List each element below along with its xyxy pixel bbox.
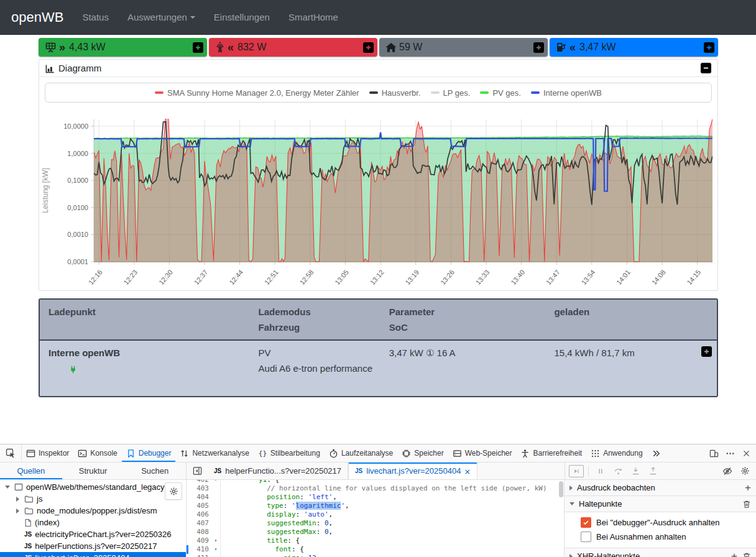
legend-item-sma-sunny-home-manager-2-0-ene[interactable]: SMA Sunny Home Manager 2.0, Energy Meter… [155, 88, 359, 98]
source-tab-livechart-js-ver-20250404[interactable]: JSlivechart.js?ver=20250404 [348, 463, 477, 479]
fold-arrow-icon[interactable]: ▾ [211, 536, 221, 545]
tree-item-label: js [37, 494, 42, 504]
svg-text:12:30: 12:30 [157, 269, 174, 287]
source-tree-item-openwb-web-themes-standard-legacy[interactable]: openWB/web/themes/standard_legacy [0, 481, 186, 493]
fold-arrow-icon[interactable]: ▾ [211, 545, 221, 554]
source-tree-item-js[interactable]: js [0, 493, 186, 505]
nav-item-einstellungen[interactable]: Einstellungen [214, 12, 270, 22]
expand-badge-button[interactable] [193, 42, 203, 53]
svg-text:1,0000: 1,0000 [67, 150, 88, 157]
svg-text:12:44: 12:44 [228, 269, 244, 287]
ignore-breakpoints-icon[interactable] [720, 464, 735, 479]
devtools-menu-icon[interactable] [722, 446, 737, 461]
line-number[interactable]: 406 [187, 510, 211, 519]
trash-icon[interactable] [742, 499, 751, 509]
source-tree-item-index[interactable]: (index) [0, 517, 186, 528]
devtools-tab-inspektor[interactable]: Inspektor [22, 444, 73, 462]
badge-grid-power[interactable]: «832 W [209, 38, 377, 57]
section-xhr-haltepunkte[interactable]: XHR-Haltepunkte+ [565, 548, 756, 557]
devtools-tab-anwendung[interactable]: Anwendung [586, 444, 647, 462]
pause-button[interactable] [593, 464, 608, 479]
legend-swatch [369, 91, 378, 94]
house-icon [385, 42, 397, 53]
editor-scrollbar[interactable] [559, 481, 563, 497]
checkbox-unchecked[interactable] [581, 532, 591, 542]
devtools-tab-speicher[interactable]: Speicher [397, 444, 448, 462]
pane-tab-quellen[interactable]: Quellen [0, 463, 62, 479]
source-tree-item-electricitypricechart-js-ver-20250[interactable]: JSelectricityPriceChart.js?ver=20250326 [0, 528, 186, 540]
devtools-tab-web-speicher[interactable]: Web-Speicher [448, 444, 517, 462]
expand-badge-button[interactable] [363, 42, 374, 53]
more-tabs-icon[interactable] [647, 444, 665, 462]
step-out-button[interactable] [645, 464, 660, 479]
fold-arrow-icon[interactable]: ▾ [211, 480, 221, 484]
line-number[interactable]: 402 [187, 480, 211, 484]
legend-item-lp-ges[interactable]: LP ges. [431, 88, 471, 98]
folder-icon [24, 507, 34, 515]
devtools-tab-konsole[interactable]: Konsole [73, 444, 121, 462]
legend-item-hausverbr[interactable]: Hausverbr. [369, 88, 421, 98]
debugger-settings-gear-icon[interactable] [737, 464, 752, 479]
source-tree-item-livechart-js-ver-20250404[interactable]: JSlivechart.js?ver=20250404 [0, 552, 186, 557]
section-haltepunkte[interactable]: Haltepunkte [565, 496, 756, 512]
responsive-design-icon[interactable] [706, 446, 721, 461]
line-number[interactable]: 411 [187, 554, 211, 557]
legend-item-pv-ges[interactable]: PV ges. [480, 88, 521, 98]
svg-text:Leistung [kW]: Leistung [kW] [41, 168, 50, 213]
line-number[interactable]: 407 [187, 519, 211, 528]
plug-icon [69, 363, 77, 374]
devtools-tab-stilbearbeitung[interactable]: {}Stilbearbeitung [254, 444, 325, 462]
tree-caret-right-icon [14, 509, 21, 513]
nav-item-smarthome[interactable]: SmartHome [288, 12, 338, 22]
nav-item-status[interactable]: Status [82, 12, 109, 22]
resume-button[interactable] [569, 465, 584, 477]
code-line: 411 size: 12 [187, 554, 564, 557]
expand-badge-button[interactable] [533, 42, 544, 53]
collapse-diagram-button[interactable] [701, 63, 711, 73]
step-in-button[interactable] [628, 464, 643, 479]
brand[interactable]: openWB [11, 9, 63, 25]
pane-tab-struktur[interactable]: Struktur [62, 463, 124, 479]
svg-text:14:08: 14:08 [650, 269, 667, 287]
sources-settings-gear-icon[interactable] [165, 482, 182, 500]
close-devtools-icon[interactable] [739, 446, 754, 461]
section-ausdruck-beobachten[interactable]: Ausdruck beobachten+ [565, 480, 756, 496]
pick-element-icon[interactable] [0, 444, 22, 462]
devtools-tab-barrierefreiheit[interactable]: Barrierefreiheit [516, 444, 586, 462]
line-number[interactable]: 405 [187, 502, 211, 510]
close-tab-icon[interactable] [464, 466, 471, 476]
section-caret-icon [569, 486, 573, 490]
add-icon[interactable]: + [745, 482, 751, 493]
expand-chargepoint-button[interactable] [701, 346, 712, 357]
checkbox-checked[interactable] [581, 517, 591, 528]
collapse-sidebar-icon[interactable] [187, 463, 208, 479]
devtools-tab-debugger[interactable]: Debugger [122, 444, 176, 462]
devtools-tab-netzwerkanalyse[interactable]: Netzwerkanalyse [175, 444, 253, 462]
devtools-tab-laufzeitanalyse[interactable]: Laufzeitanalyse [325, 444, 397, 462]
add-icon[interactable]: + [731, 551, 737, 557]
tab-label: Laufzeitanalyse [341, 449, 393, 458]
trash-icon[interactable] [742, 551, 751, 557]
legend-item-interne-openwb[interactable]: Interne openWB [531, 88, 602, 98]
fold-spacer [211, 493, 221, 502]
source-tree-item-node-modules-popper-js-dist-esm[interactable]: node_modules/popper.js/dist/esm [0, 505, 186, 517]
pane-tab-suchen[interactable]: Suchen [124, 463, 186, 479]
expand-badge-button[interactable] [704, 42, 714, 53]
step-over-button[interactable] [611, 464, 625, 479]
code-editor[interactable]: 402▾ y1: {403 // horizontal line for val… [187, 480, 564, 557]
fold-spacer [211, 502, 221, 510]
badge-charge-power[interactable]: «3,47 kW [550, 38, 718, 57]
source-tab-helperfunctio-s-ver-20250217[interactable]: JShelperFunctio...s?ver=20250217 [208, 463, 348, 479]
badge-pv-power[interactable]: »4,43 kW [39, 38, 207, 57]
line-number[interactable]: 404 [187, 493, 211, 502]
source-tree-item-helperfunctions-js-ver-20250217[interactable]: JShelperFunctions.js?ver=20250217 [0, 540, 186, 552]
line-number[interactable]: 408 [187, 528, 211, 536]
legend-label: Interne openWB [543, 88, 602, 98]
a11y-icon [520, 448, 530, 458]
line-number[interactable]: 410 [187, 545, 211, 554]
nav-item-auswertungen[interactable]: Auswertungen [127, 12, 195, 22]
badge-house-power[interactable]: 59 W [379, 38, 548, 57]
line-number[interactable]: 403 [187, 484, 211, 493]
tab-label: Speicher [414, 449, 443, 458]
line-number[interactable]: 409 [187, 536, 211, 545]
